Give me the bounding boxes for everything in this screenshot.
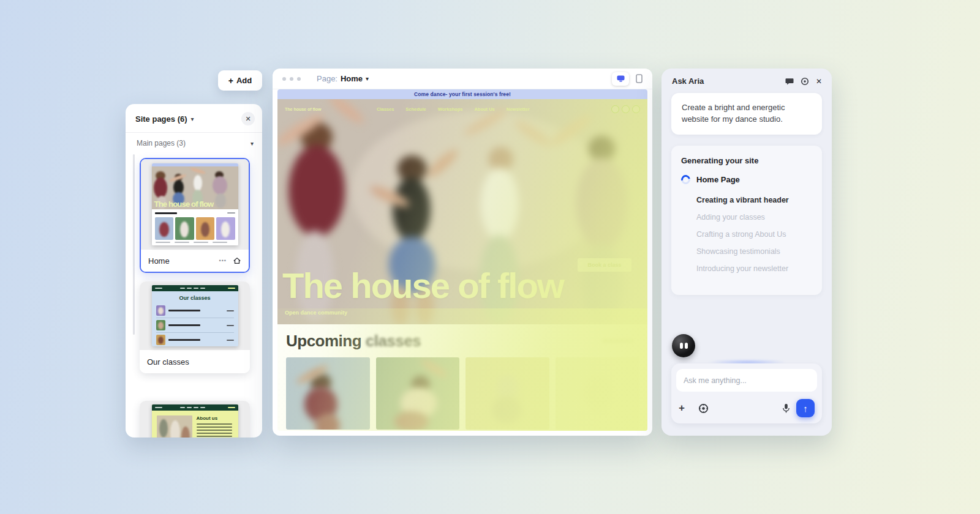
mini-class-row (156, 318, 234, 333)
mini-about-text: About us (197, 415, 232, 438)
generating-page-name: Home Page (696, 175, 740, 184)
mobile-icon (636, 74, 643, 83)
editor-canvas: + Add Site pages (6) ▾ ✕ Main pages (3) … (0, 0, 980, 514)
generating-status-card: Generating your site Home Page Creating … (671, 146, 822, 295)
close-icon[interactable]: ✕ (816, 77, 822, 86)
page-thumbnail-our-classes: Our classes (140, 281, 250, 350)
mini-classes-title: Our classes (152, 291, 238, 304)
mini-about-page: About us (152, 404, 238, 438)
class-card (286, 357, 370, 430)
aria-title: Ask Aria (672, 76, 704, 86)
ask-input[interactable] (676, 369, 817, 392)
generating-step: Adding your classes (696, 209, 812, 226)
class-card (376, 357, 460, 430)
nav-link-schedule[interactable]: Schedule (405, 106, 426, 112)
pages-scrollbar[interactable] (133, 154, 135, 335)
desktop-view-button[interactable] (612, 72, 629, 86)
desktop-icon (616, 75, 625, 83)
microphone-icon[interactable] (782, 403, 790, 414)
nav-link-classes[interactable]: Classes (377, 106, 394, 112)
attach-plus-icon[interactable]: + (679, 402, 693, 414)
pages-panel-header: Site pages (6) ▾ ✕ (126, 104, 262, 132)
nav-link-workshops[interactable]: Workshops (438, 106, 463, 112)
upcoming-classes-section: Upcoming classes (277, 324, 647, 431)
mini-class-row (156, 304, 234, 318)
spinner-icon (679, 173, 692, 186)
section-title: Upcoming classes (286, 332, 639, 351)
preview-header: Page: Home ▾ (273, 69, 652, 89)
mini-cards-row (152, 217, 238, 241)
hero-subtitle: Open dance community (285, 310, 347, 316)
generating-step: Crafting a strong About Us (696, 226, 812, 243)
page-label-our-classes: Our classes (147, 357, 189, 367)
page-title-prefix: Page: (317, 74, 337, 83)
generating-step: Introducing your newsletter (696, 260, 812, 277)
add-button-label: Add (236, 76, 252, 85)
main-pages-section-header[interactable]: Main pages (3) ▾ (126, 133, 262, 152)
mini-home-page: The house of flow (152, 163, 238, 245)
page-menu-icon[interactable]: ••• (219, 258, 227, 264)
mini-about-title: About us (197, 415, 232, 421)
user-message-card: Create a bright and energetic website fo… (671, 93, 822, 135)
announcement-bar: Come dance- your first session's free! (277, 89, 647, 99)
generating-title: Generating your site (681, 156, 812, 165)
social-icon[interactable] (632, 105, 640, 113)
home-icon (233, 256, 241, 265)
pages-panel-title: Site pages (6) (135, 114, 187, 124)
page-label-home: Home (148, 256, 170, 266)
mini-hero: The house of flow (152, 166, 238, 209)
mini-section-strip (152, 209, 238, 217)
site-logo[interactable]: The house of flow (285, 107, 377, 111)
page-card-our-classes-footer: Our classes (140, 350, 250, 373)
settings-dial-icon[interactable] (801, 77, 809, 86)
aria-avatar (672, 334, 695, 357)
mini-site-header (152, 404, 238, 411)
voice-settings-icon[interactable] (698, 403, 709, 414)
page-thumbnail-home: The house of flow (141, 159, 249, 250)
mini-about-body: About us (152, 411, 238, 438)
page-card-our-classes[interactable]: Our classes Our classes (140, 281, 250, 373)
chat-input-card: + ↑ (671, 363, 822, 423)
mini-classes-page: Our classes (152, 285, 238, 346)
chevron-down-icon[interactable]: ▾ (251, 140, 254, 147)
generating-step: Creating a vibrant header (696, 192, 812, 209)
mini-about-photo (157, 415, 192, 438)
class-card (556, 357, 639, 430)
social-icons (611, 105, 640, 113)
mobile-view-button[interactable] (633, 72, 645, 86)
announcement-text: Come dance- your first session's free! (414, 91, 511, 97)
generating-step: Showcasing testimonials (696, 243, 812, 260)
mini-captions (152, 241, 238, 245)
page-card-home[interactable]: The house of flow Home ••• (140, 158, 250, 273)
hero-section: The house of flow Classes Schedule Works… (277, 99, 647, 324)
user-message-text: Create a bright and energetic website fo… (682, 103, 785, 124)
nav-link-about-us[interactable]: About Us (474, 106, 494, 112)
main-pages-label: Main pages (3) (137, 139, 186, 147)
hero-title: The house of flow (282, 265, 564, 306)
section-title-sharp: Upcoming (286, 332, 361, 350)
site-navigation: The house of flow Classes Schedule Works… (277, 103, 647, 115)
page-title-name[interactable]: Home (341, 74, 363, 83)
close-icon[interactable]: ✕ (241, 112, 255, 125)
book-class-button[interactable]: Book a class (578, 258, 631, 272)
aria-header: Ask Aria ✕ (662, 69, 832, 91)
plus-icon: + (228, 76, 233, 86)
site-page-content: Come dance- your first session's free! (277, 89, 647, 431)
input-actions-row: + ↑ (671, 399, 822, 417)
send-arrow-icon: ↑ (803, 403, 808, 414)
mini-site-header (152, 285, 238, 291)
page-card-about-us[interactable]: About us (140, 401, 250, 438)
class-cards-row (286, 357, 639, 430)
add-button[interactable]: + Add (218, 70, 262, 91)
send-button[interactable]: ↑ (796, 399, 815, 417)
nav-link-newsletter[interactable]: Newsletter (507, 106, 530, 112)
site-pages-panel: Site pages (6) ▾ ✕ Main pages (3) ▾ (126, 104, 262, 438)
chevron-down-icon[interactable]: ▾ (366, 75, 369, 82)
chat-history-icon[interactable] (785, 77, 794, 85)
chevron-down-icon[interactable]: ▾ (191, 116, 194, 122)
social-icon[interactable] (611, 105, 619, 113)
social-icon[interactable] (622, 105, 630, 113)
section-link-placeholder (602, 339, 634, 343)
page-thumbnail-about-us: About us (140, 401, 250, 438)
ask-aria-panel: Ask Aria ✕ Create a bright and energetic… (662, 69, 832, 436)
